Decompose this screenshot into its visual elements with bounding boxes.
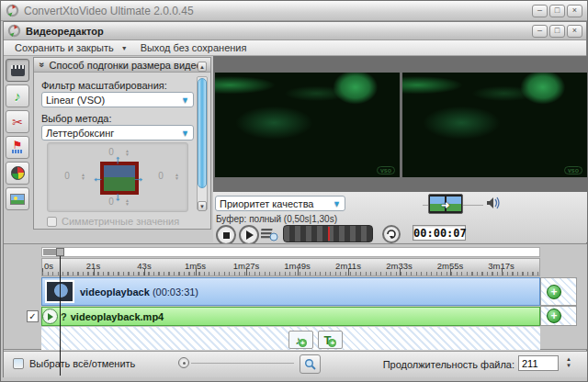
speaker-icon[interactable] [485, 196, 503, 210]
select-all-checkbox[interactable] [13, 358, 24, 369]
filter-label: Фильтр масштабирования: [41, 80, 167, 91]
scaling-filter-select[interactable]: Linear (VSO) ▼ [41, 92, 194, 107]
buffer-status: Буфер: полный (0,50s|1,30s) [216, 214, 337, 224]
editor-logo-icon [7, 24, 21, 38]
zoom-button[interactable] [300, 354, 321, 374]
ruler-tick-mark [298, 268, 299, 275]
menu-exit-no-save[interactable]: Выход без сохранения [135, 41, 253, 54]
audio-track-clip[interactable]: ? videoplayback.mp4 [41, 307, 540, 326]
add-text-button[interactable]: T + [318, 331, 343, 349]
expand-left-icon: ← [92, 171, 104, 185]
pad-right-stepper[interactable]: 0 ▲▼ [149, 171, 179, 181]
editor-minimize-button[interactable]: – [532, 25, 548, 38]
video-settings-button[interactable] [6, 59, 29, 82]
timeline-scrollbar[interactable] [41, 247, 540, 257]
loop-button[interactable] [382, 225, 401, 243]
plus-icon: + [328, 339, 336, 347]
symmetric-values-option[interactable]: Симметричные значения [47, 216, 179, 227]
spin-down-icon[interactable]: ▼ [125, 152, 130, 156]
audio-track-play-button[interactable] [42, 309, 58, 324]
play-button[interactable] [239, 225, 259, 245]
save-frame-button[interactable]: ➜ [428, 194, 463, 214]
scroll-down-icon[interactable]: ▼ [198, 201, 207, 211]
add-clip-column: + + [540, 277, 577, 326]
method-select[interactable]: Леттербоксинг ▼ [41, 125, 194, 140]
ruler-tick-label: 0s [44, 261, 53, 271]
audio-settings-button[interactable]: ♪ [6, 84, 29, 107]
timeline-zoom-handle[interactable] [178, 357, 189, 368]
timeline-zoom-slider[interactable] [191, 362, 294, 364]
method-value: Леттербоксинг [46, 128, 114, 139]
pad-right-value: 0 [149, 171, 173, 181]
play-icon [246, 230, 254, 240]
add-audio-button[interactable]: ♪ + [288, 331, 313, 349]
image-settings-button[interactable] [6, 187, 29, 210]
maximize-button[interactable]: □ [549, 5, 565, 17]
ruler-tick-mark [450, 268, 451, 275]
color-adjust-button[interactable] [6, 162, 29, 185]
ruler-tick-mark [94, 268, 95, 275]
stop-icon [223, 232, 230, 239]
stop-button[interactable] [216, 225, 236, 245]
spin-up-icon[interactable]: ▲ [566, 356, 571, 363]
select-all-option[interactable]: Выбрать всё/отменить [13, 358, 135, 369]
audio-track-enabled-checkbox[interactable]: ✓ [27, 310, 39, 322]
ruler[interactable]: 0s21s43s1m5s1m27s1m49s2m11s2m33s2m55s3m1… [41, 258, 540, 276]
panel-scrollbar[interactable]: ▲ ▼ [197, 76, 208, 210]
panel-header-label: Способ подгонки размера видео [50, 60, 202, 71]
editor-titlebar: Видеоредактор – □ × [4, 22, 586, 40]
spin-down-icon[interactable]: ▼ [81, 176, 85, 180]
chapters-button[interactable]: ⚑ [6, 136, 29, 159]
pad-left-value: 0 [55, 171, 79, 181]
video-track-clip[interactable]: videoplayback (00:03:31) [41, 277, 540, 306]
duration-input[interactable] [518, 355, 559, 371]
editor-title: Видеоредактор [26, 26, 104, 37]
menu-save-close[interactable]: Сохранить и закрыть [9, 41, 119, 54]
vso-watermark: vso [377, 166, 395, 174]
vso-watermark: vso [564, 166, 582, 174]
minimize-button[interactable]: – [532, 5, 548, 17]
film-options-button[interactable] [261, 227, 279, 242]
flag-icon: ⚑ [13, 141, 23, 149]
playhead-handle[interactable] [56, 248, 64, 256]
add-audio-cell: + [540, 306, 577, 326]
resize-settings-panel: » Способ подгонки размера видео Фильтр м… [33, 57, 211, 230]
music-note-icon: ♪ [14, 88, 21, 104]
spin-down-icon[interactable]: ▼ [566, 363, 571, 369]
scroll-up-icon[interactable]: ▲ [198, 62, 207, 72]
panel-scroll-thumb[interactable] [198, 78, 207, 188]
spin-down-icon[interactable]: ▼ [125, 202, 130, 206]
chapter-bars-icon [12, 150, 23, 153]
duration-stepper[interactable]: ▲▼ [566, 356, 571, 369]
ruler-tick-mark [246, 268, 247, 275]
preview-frame-left: vso [215, 73, 400, 177]
window-title: ConvertXtoVideo Ultimate 2.0.0.45 [24, 5, 194, 17]
tool-iconbar: ♪ ✂ ⚑ [6, 59, 31, 210]
editor-maximize-button[interactable]: □ [549, 25, 565, 38]
playhead-line [60, 256, 61, 376]
color-wheel-icon [11, 166, 25, 180]
symmetric-checkbox[interactable] [47, 217, 57, 227]
pad-left-stepper[interactable]: 0 ▲▼ [55, 171, 85, 181]
add-video-clip-button[interactable]: + [547, 285, 561, 299]
scissors-icon: ✂ [12, 115, 23, 129]
loop-icon [386, 229, 397, 240]
playback-controls: Приоритет качества ▼ ➜ Буфер: полный (0,… [213, 192, 588, 242]
ruler-tick-mark [42, 268, 43, 275]
dropdown-arrow-icon: ▼ [333, 199, 341, 208]
add-audio-clip-button[interactable]: + [547, 309, 561, 323]
ruler-tick-mark [502, 268, 503, 275]
spin-down-icon[interactable]: ▼ [175, 176, 179, 180]
editor-close-button[interactable]: × [567, 25, 582, 38]
frame-arrow-icon: ➜ [441, 199, 449, 211]
workarea: ♪ ✂ ⚑ » Способ [4, 56, 588, 242]
close-button[interactable]: × [567, 5, 582, 17]
jog-shuttle-bar[interactable] [283, 225, 373, 242]
magnifier-icon [304, 358, 316, 370]
video-clip-duration: (00:03:31) [153, 286, 198, 298]
menu-save-dropdown-icon[interactable]: ▼ [121, 45, 128, 51]
quality-priority-select[interactable]: Приоритет качества ▼ [215, 196, 345, 211]
add-video-cell: + [540, 277, 577, 306]
panel-header[interactable]: » Способ подгонки размера видео [34, 58, 210, 73]
cut-button[interactable]: ✂ [6, 110, 29, 133]
